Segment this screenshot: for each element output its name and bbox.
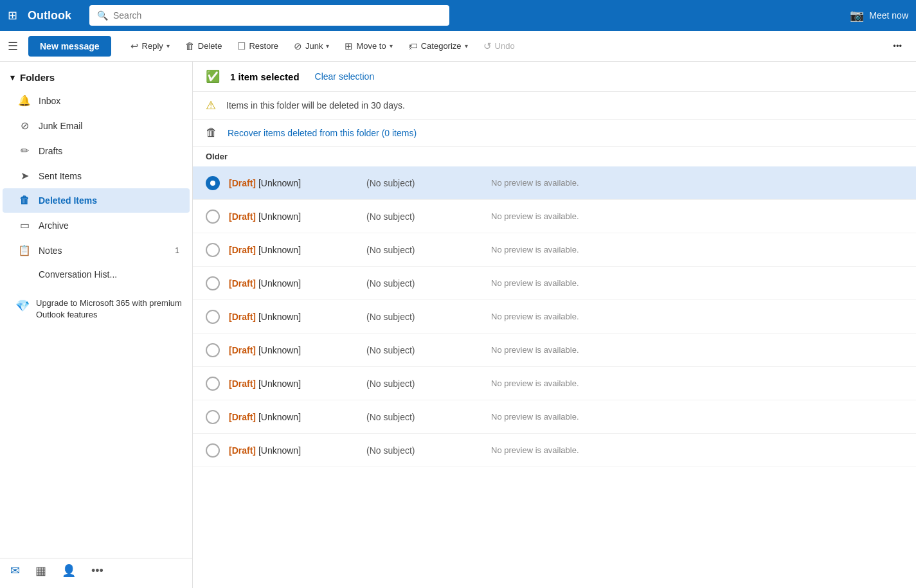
sidebar-item-inbox[interactable]: 🔔 Inbox bbox=[3, 88, 190, 113]
email-row[interactable]: [Draft] [Unknown](No subject)No preview … bbox=[193, 434, 916, 467]
email-row[interactable]: [Draft] [Unknown](No subject)No preview … bbox=[193, 267, 916, 300]
sidebar-item-junk[interactable]: ⊘ Junk Email bbox=[3, 113, 190, 138]
nav-mail-icon[interactable]: ✉ bbox=[10, 564, 20, 578]
upgrade-section[interactable]: 💎 Upgrade to Microsoft 365 with premium … bbox=[0, 291, 192, 327]
sidebar-item-drafts[interactable]: ✏ Drafts bbox=[3, 138, 190, 163]
clear-selection-link[interactable]: Clear selection bbox=[315, 71, 375, 82]
folders-header[interactable]: ▾ Folders bbox=[0, 67, 192, 88]
junk-email-label: Junk Email bbox=[39, 121, 179, 131]
junk-email-icon: ⊘ bbox=[18, 120, 31, 132]
email-sender: [Draft] [Unknown] bbox=[229, 412, 357, 422]
email-select-radio[interactable] bbox=[206, 410, 220, 424]
sidebar-item-archive[interactable]: ▭ Archive bbox=[3, 213, 190, 238]
email-select-radio[interactable] bbox=[206, 176, 220, 190]
email-subject: (No subject) bbox=[366, 345, 482, 355]
email-preview: No preview is available. bbox=[491, 178, 903, 188]
move-to-chevron[interactable]: ▾ bbox=[390, 42, 393, 49]
email-preview: No preview is available. bbox=[491, 278, 903, 288]
email-select-radio[interactable] bbox=[206, 310, 220, 324]
junk-label: Junk bbox=[305, 41, 323, 51]
hamburger-icon[interactable]: ☰ bbox=[8, 39, 18, 53]
nav-calendar-icon[interactable]: ▦ bbox=[35, 564, 46, 578]
nav-more-icon[interactable]: ••• bbox=[91, 564, 103, 578]
video-icon: 📷 bbox=[850, 8, 864, 22]
email-sender: [Draft] [Unknown] bbox=[229, 278, 357, 289]
email-preview: No preview is available. bbox=[491, 211, 903, 221]
email-row[interactable]: [Draft] [Unknown](No subject)No preview … bbox=[193, 166, 916, 200]
junk-button[interactable]: ⊘ Junk ▾ bbox=[287, 37, 336, 56]
email-preview: No preview is available. bbox=[491, 412, 903, 422]
categorize-chevron[interactable]: ▾ bbox=[465, 42, 468, 49]
email-row[interactable]: [Draft] [Unknown](No subject)No preview … bbox=[193, 200, 916, 233]
email-list: Older [Draft] [Unknown](No subject)No pr… bbox=[193, 147, 916, 588]
sidebar-item-sent[interactable]: ➤ Sent Items bbox=[3, 163, 190, 188]
junk-chevron[interactable]: ▾ bbox=[326, 42, 329, 49]
reply-chevron[interactable]: ▾ bbox=[166, 42, 170, 49]
delete-button[interactable]: 🗑 Delete bbox=[179, 37, 229, 55]
email-preview: No preview is available. bbox=[491, 312, 903, 321]
categorize-button[interactable]: 🏷 Categorize ▾ bbox=[402, 37, 474, 55]
apps-grid-icon[interactable]: ⊞ bbox=[8, 8, 17, 22]
sent-icon: ➤ bbox=[18, 170, 31, 182]
email-preview: No preview is available. bbox=[491, 245, 903, 254]
search-bar: 🔍 bbox=[89, 5, 449, 26]
deleted-icon: 🗑 bbox=[18, 195, 31, 206]
selection-banner: ✅ 1 item selected Clear selection bbox=[193, 62, 916, 92]
email-row[interactable]: [Draft] [Unknown](No subject)No preview … bbox=[193, 334, 916, 367]
notes-label: Notes bbox=[39, 245, 167, 256]
email-sender: [Draft] [Unknown] bbox=[229, 211, 357, 222]
deleted-label: Deleted Items bbox=[39, 195, 179, 206]
email-row[interactable]: [Draft] [Unknown](No subject)No preview … bbox=[193, 300, 916, 334]
email-sender: [Draft] [Unknown] bbox=[229, 312, 357, 322]
reply-button[interactable]: ↩ Reply ▾ bbox=[124, 37, 176, 56]
drafts-icon: ✏ bbox=[18, 145, 31, 157]
email-select-radio[interactable] bbox=[206, 243, 220, 257]
email-sender: [Draft] [Unknown] bbox=[229, 345, 357, 355]
delete-icon: 🗑 bbox=[185, 40, 195, 51]
reply-label: Reply bbox=[142, 41, 163, 51]
meet-now-button[interactable]: 📷 Meet now bbox=[850, 8, 908, 22]
undo-icon: ↺ bbox=[483, 40, 492, 52]
archive-label: Archive bbox=[39, 220, 179, 231]
email-select-radio[interactable] bbox=[206, 209, 220, 224]
email-subject: (No subject) bbox=[366, 211, 482, 222]
upgrade-diamond-icon: 💎 bbox=[15, 299, 30, 313]
email-select-radio[interactable] bbox=[206, 343, 220, 357]
sidebar-item-notes[interactable]: 📋 Notes 1 bbox=[3, 238, 190, 263]
undo-button[interactable]: ↺ Undo bbox=[477, 37, 521, 56]
sent-label: Sent Items bbox=[39, 171, 179, 181]
selected-count-text: 1 item selected bbox=[230, 71, 300, 82]
nav-people-icon[interactable]: 👤 bbox=[62, 564, 76, 578]
upgrade-text: Upgrade to Microsoft 365 with premium Ou… bbox=[36, 298, 182, 321]
warning-text: Items in this folder will be deleted in … bbox=[226, 100, 405, 111]
restore-label: Restore bbox=[249, 41, 278, 51]
email-rows-container: [Draft] [Unknown](No subject)No preview … bbox=[193, 166, 916, 467]
recover-link[interactable]: Recover items deleted from this folder (… bbox=[228, 128, 417, 138]
main-layout: ▾ Folders 🔔 Inbox ⊘ Junk Email ✏ Drafts … bbox=[0, 62, 916, 588]
email-subject: (No subject) bbox=[366, 379, 482, 389]
email-preview: No preview is available. bbox=[491, 379, 903, 388]
recover-banner: 🗑 Recover items deleted from this folder… bbox=[193, 120, 916, 147]
sidebar-item-deleted[interactable]: 🗑 Deleted Items bbox=[3, 188, 190, 213]
more-options-button[interactable]: ••• bbox=[886, 37, 908, 55]
sidebar-item-conv-hist[interactable]: Conversation Hist... bbox=[3, 263, 190, 286]
junk-icon: ⊘ bbox=[294, 40, 302, 52]
search-input[interactable] bbox=[113, 10, 442, 21]
email-sender: [Draft] [Unknown] bbox=[229, 379, 357, 389]
move-to-button[interactable]: ⊞ Move to ▾ bbox=[338, 37, 399, 56]
app-title: Outlook bbox=[28, 9, 71, 22]
new-message-button[interactable]: New message bbox=[28, 36, 111, 57]
email-subject: (No subject) bbox=[366, 178, 482, 188]
email-select-radio[interactable] bbox=[206, 443, 220, 458]
email-row[interactable]: [Draft] [Unknown](No subject)No preview … bbox=[193, 233, 916, 267]
move-to-label: Move to bbox=[356, 41, 386, 51]
inbox-label: Inbox bbox=[39, 96, 179, 106]
inbox-icon: 🔔 bbox=[18, 94, 31, 107]
folders-label: Folders bbox=[20, 72, 55, 83]
email-row[interactable]: [Draft] [Unknown](No subject)No preview … bbox=[193, 400, 916, 434]
email-subject: (No subject) bbox=[366, 312, 482, 322]
email-row[interactable]: [Draft] [Unknown](No subject)No preview … bbox=[193, 367, 916, 400]
email-select-radio[interactable] bbox=[206, 377, 220, 391]
restore-button[interactable]: ☐ Restore bbox=[231, 37, 285, 56]
email-select-radio[interactable] bbox=[206, 276, 220, 290]
